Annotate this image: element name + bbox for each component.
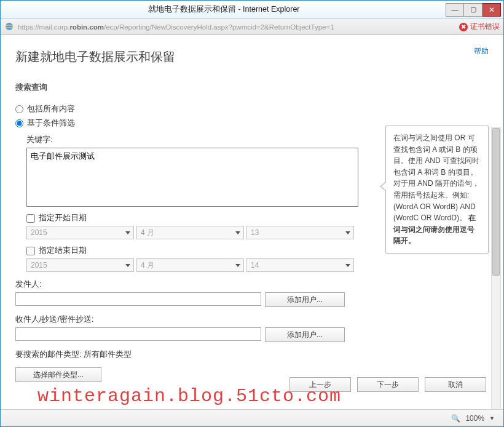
svg-point-0 xyxy=(6,23,13,30)
window-title: 就地电子数据展示和保留 - Internet Explorer xyxy=(148,4,446,15)
help-link[interactable]: 帮助 xyxy=(474,46,489,57)
maximize-button[interactable]: ▢ xyxy=(464,3,482,17)
status-bar: 🔍 100% ▼ xyxy=(1,409,503,426)
end-month-select[interactable]: 4 月 xyxy=(136,258,244,272)
end-day-select[interactable]: 14 xyxy=(246,258,354,272)
page-title: 新建就地电子数据展示和保留 xyxy=(15,49,489,65)
start-year-select[interactable]: 2015 xyxy=(26,226,134,239)
radio-include-all[interactable]: 包括所有内容 xyxy=(15,104,372,114)
scrollbar-thumb[interactable] xyxy=(492,128,500,276)
radio-include-all-input[interactable] xyxy=(15,105,23,113)
chk-start-date-input[interactable] xyxy=(26,214,35,223)
start-day-select[interactable]: 13 xyxy=(246,226,354,239)
keywords-tip: 在词与词之间使用 OR 可查找包含词 A 或词 B 的项目。使用 AND 可查找… xyxy=(385,126,489,253)
cert-error-icon: ✖ xyxy=(459,23,468,31)
chk-start-date[interactable]: 指定开始日期 xyxy=(26,213,372,223)
wizard-buttons: 上一步 下一步 取消 xyxy=(289,377,486,392)
add-sender-button[interactable]: 添加用户... xyxy=(265,292,345,307)
chk-end-date-input[interactable] xyxy=(26,247,35,255)
close-button[interactable]: ✕ xyxy=(482,3,501,17)
address-bar: https://mail.corp.robin.com/ecp/Reportin… xyxy=(1,19,503,35)
next-button[interactable]: 下一步 xyxy=(357,377,419,392)
end-year-select[interactable]: 2015 xyxy=(26,258,134,272)
add-recipient-button[interactable]: 添加用户... xyxy=(265,327,345,342)
url-text[interactable]: https://mail.corp.robin.com/ecp/Reportin… xyxy=(18,23,455,31)
scrollbar-track[interactable] xyxy=(491,127,501,410)
window-frame: 就地电子数据展示和保留 - Internet Explorer — ▢ ✕ ht… xyxy=(0,0,504,427)
sender-label: 发件人: xyxy=(15,279,372,290)
minimize-button[interactable]: — xyxy=(446,3,464,17)
back-button[interactable]: 上一步 xyxy=(289,377,351,392)
radio-filter[interactable]: 基于条件筛选 xyxy=(15,118,372,129)
zoom-icon: 🔍 xyxy=(451,414,460,423)
cert-error-indicator[interactable]: ✖ 证书错误 xyxy=(459,22,500,31)
cancel-button[interactable]: 取消 xyxy=(425,377,486,392)
window-controls: — ▢ ✕ xyxy=(446,3,501,17)
msg-types-label: 要搜索的邮件类型: 所有邮件类型 xyxy=(15,349,372,360)
section-search-query: 搜索查询 xyxy=(15,82,372,93)
zoom-dropdown-icon[interactable]: ▼ xyxy=(489,415,495,421)
title-bar: 就地电子数据展示和保留 - Internet Explorer — ▢ ✕ xyxy=(1,1,503,19)
ie-icon xyxy=(4,22,14,32)
choose-msg-types-button[interactable]: 选择邮件类型... xyxy=(15,367,101,382)
recipients-label: 收件人/抄送/密件抄送: xyxy=(15,314,372,325)
keywords-textarea[interactable] xyxy=(26,148,358,207)
recipients-input[interactable] xyxy=(15,327,261,341)
keywords-label: 关键字: xyxy=(26,135,372,145)
start-month-select[interactable]: 4 月 xyxy=(136,226,244,239)
zoom-level[interactable]: 100% xyxy=(465,414,484,423)
chk-end-date[interactable]: 指定结束日期 xyxy=(26,245,372,256)
page-body: 帮助 新建就地电子数据展示和保留 搜索查询 包括所有内容 基于条件筛选 关键字:… xyxy=(1,35,503,426)
sender-input[interactable] xyxy=(15,292,261,306)
cert-error-label: 证书错误 xyxy=(470,22,500,31)
radio-filter-input[interactable] xyxy=(15,119,23,127)
